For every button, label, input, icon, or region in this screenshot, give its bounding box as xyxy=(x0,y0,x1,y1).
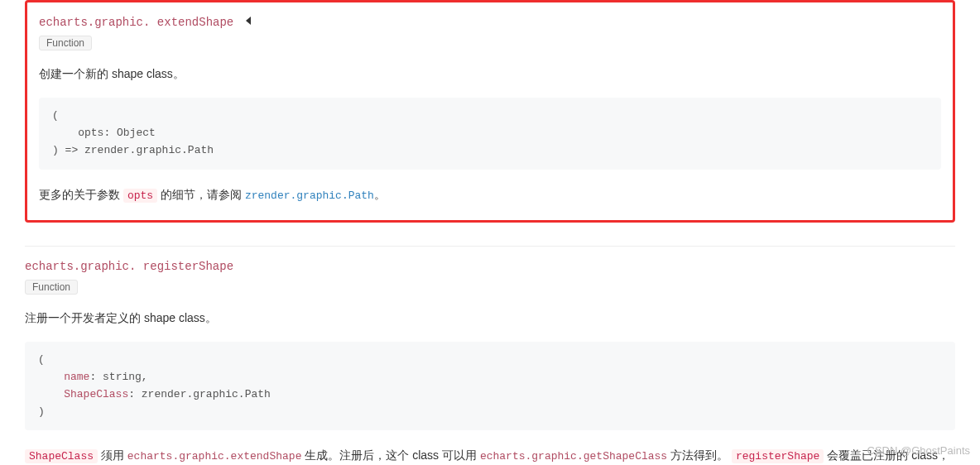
shapeclass-inline-code: ShapeClass xyxy=(25,449,98,463)
api-title-extendshape[interactable]: echarts.graphic. extendShape xyxy=(39,16,941,29)
paragraph: 更多的关于参数 opts 的细节，请参阅 zrender.graphic.Pat… xyxy=(39,183,941,207)
signature-code-block: ( name: string, ShapeClass: zrender.grap… xyxy=(25,342,955,430)
namespace-text: echarts.graphic. xyxy=(39,16,157,29)
type-tag: Function xyxy=(39,36,92,50)
section-divider xyxy=(25,246,955,247)
getshapeclass-inline-code: echarts.graphic.getShapeClass xyxy=(480,450,667,463)
description-text: 创建一个新的 shape class。 xyxy=(39,64,941,84)
zrender-path-link[interactable]: zrender.graphic.Path xyxy=(245,189,374,202)
extendshape-inline-code: echarts.graphic.extendShape xyxy=(127,450,302,463)
api-title-registershape[interactable]: echarts.graphic. registerShape xyxy=(25,260,955,273)
paragraph: ShapeClass 须用 echarts.graphic.extendShap… xyxy=(25,443,955,465)
collapse-toggle-icon[interactable] xyxy=(246,17,251,25)
opts-inline-code: opts xyxy=(123,189,157,203)
doc-section-registershape: echarts.graphic. registerShape Function … xyxy=(25,246,955,465)
namespace-text: echarts.graphic. xyxy=(25,260,143,273)
method-name: registerShape xyxy=(143,260,233,273)
signature-code-block: ( opts: Object ) => zrender.graphic.Path xyxy=(39,98,941,169)
description-text: 注册一个开发者定义的 shape class。 xyxy=(25,308,955,328)
registershape-inline-code: registerShape xyxy=(732,449,824,463)
type-tag: Function xyxy=(25,280,78,295)
method-name: extendShape xyxy=(157,16,233,29)
highlighted-doc-section: echarts.graphic. extendShape Function 创建… xyxy=(25,0,955,223)
